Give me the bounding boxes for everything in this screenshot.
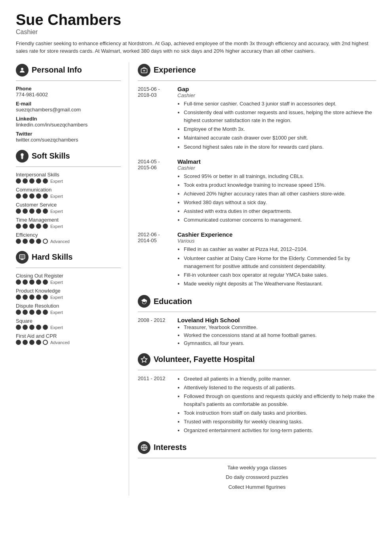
svg-rect-2: [20, 255, 25, 258]
twitter-value: twitter.com/suezqchambers: [16, 137, 121, 143]
hard-skills-title: Hard Skills: [32, 253, 72, 262]
volunteer-item: 2011 - 2012Greeted all patients in a fri…: [138, 375, 376, 436]
svg-point-0: [21, 68, 23, 70]
experience-item: 2012-06 - 2014-05Cashier ExperienceVario…: [138, 231, 376, 289]
svg-marker-9: [141, 356, 147, 362]
candidate-title: Cashier: [16, 29, 376, 36]
hard-skill-item: SquareExpert: [16, 318, 121, 330]
interests-section: Interests Take weekly yoga classesDo dai…: [138, 441, 376, 492]
volunteer-content: 2011 - 2012Greeted all patients in a fri…: [138, 375, 376, 436]
experience-item: 2014-05 - 2015-06WalmartCashierScored 95…: [138, 158, 376, 225]
experience-icon: [138, 64, 150, 77]
interest-item: Take weekly yoga classes: [138, 463, 376, 473]
volunteer-title: Volunteer, Fayette Hospital: [154, 355, 255, 364]
interest-item: Collect Hummel figurines: [138, 482, 376, 492]
soft-skill-item: Time ManagementExpert: [16, 217, 121, 229]
left-column: Personal Info Phone 774-981-6002 E-mail …: [16, 62, 129, 496]
hard-skill-item: Dispute ResolutionExpert: [16, 303, 121, 315]
soft-skill-item: Interpersonal SkillsExpert: [16, 172, 121, 184]
education-item: 2008 - 2012Loveland High SchoolTreasurer…: [138, 317, 376, 347]
hard-skill-item: First Aid and CPRAdvanced: [16, 333, 121, 345]
personal-info-section: Personal Info Phone 774-981-6002 E-mail …: [16, 64, 121, 143]
phone-value: 774-981-6002: [16, 92, 121, 98]
resume-header: Sue Chambers Cashier Friendly cashier se…: [16, 12, 376, 55]
right-column: Experience 2015-06 - 2018-03GapCashierFu…: [129, 62, 376, 496]
interests-list: Take weekly yoga classesDo daily crosswo…: [138, 463, 376, 492]
email-label: E-mail: [16, 101, 121, 107]
interests-title: Interests: [154, 443, 186, 452]
experience-list: 2015-06 - 2018-03GapCashierFull-time sen…: [138, 86, 376, 289]
svg-rect-4: [21, 259, 23, 260]
interest-item: Do daily crossword puzzles: [138, 473, 376, 482]
hard-skills-section: Hard Skills Closing Out RegisterExpertPr…: [16, 251, 121, 345]
soft-skill-item: CommunicationExpert: [16, 187, 121, 199]
soft-skill-item: EfficiencyAdvanced: [16, 232, 121, 244]
svg-rect-3: [21, 259, 24, 260]
candidate-name: Sue Chambers: [16, 12, 376, 29]
hard-skills-list: Closing Out RegisterExpertProduct Knowle…: [16, 273, 121, 345]
education-section: Education 2008 - 2012Loveland High Schoo…: [138, 295, 376, 347]
experience-item: 2015-06 - 2018-03GapCashierFull-time sen…: [138, 86, 376, 152]
soft-skills-icon: [16, 150, 29, 163]
candidate-summary: Friendly cashier seeking to enhance effi…: [16, 40, 376, 55]
volunteer-icon: [138, 353, 150, 366]
volunteer-section: Volunteer, Fayette Hospital 2011 - 2012G…: [138, 353, 376, 436]
experience-title: Experience: [154, 65, 196, 75]
interests-icon: [138, 441, 150, 454]
hard-skill-item: Closing Out RegisterExpert: [16, 273, 121, 285]
twitter-label: Twitter: [16, 131, 121, 137]
linkedin-value: linkedin.com/in/suezqchambers: [16, 122, 121, 128]
education-icon: [138, 295, 150, 308]
education-list: 2008 - 2012Loveland High SchoolTreasurer…: [138, 317, 376, 347]
soft-skills-title: Soft Skills: [32, 151, 70, 161]
phone-label: Phone: [16, 86, 121, 92]
hard-skill-item: Product KnowledgeExpert: [16, 288, 121, 300]
personal-info-icon: [16, 64, 29, 77]
soft-skills-section: Soft Skills Interpersonal SkillsExpertCo…: [16, 150, 121, 244]
soft-skill-item: Customer ServiceExpert: [16, 202, 121, 214]
personal-info-title: Personal Info: [32, 65, 82, 75]
experience-section: Experience 2015-06 - 2018-03GapCashierFu…: [138, 64, 376, 289]
email-value: suezqchambers@gmail.com: [16, 107, 121, 113]
education-title: Education: [154, 297, 192, 306]
linkedin-label: LinkedIn: [16, 116, 121, 122]
soft-skills-list: Interpersonal SkillsExpertCommunicationE…: [16, 172, 121, 244]
hard-skills-icon: [16, 251, 29, 264]
